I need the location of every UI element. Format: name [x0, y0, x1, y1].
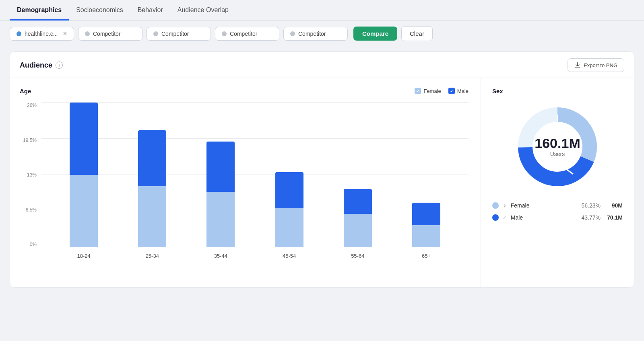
audience-header: Audience i Export to PNG: [10, 52, 634, 78]
competitor-text-2: Competitor: [161, 31, 204, 37]
competitor-chip-3[interactable]: Competitor: [215, 27, 279, 41]
bar-65plus-female: [412, 225, 440, 247]
donut-center: 160.1M Users: [535, 136, 580, 157]
bar-45-54-female: [275, 208, 303, 247]
sex-title: Sex: [492, 88, 623, 94]
bar-45-54-male: [275, 172, 303, 208]
site-chip[interactable]: healthline.c... ✕: [10, 27, 74, 41]
y-label-13: 13%: [20, 172, 39, 178]
competitor-chip-4[interactable]: Competitor: [283, 27, 348, 41]
export-icon: [574, 62, 581, 68]
y-label-19: 19.5%: [20, 138, 39, 143]
bar-group-55-64: [340, 189, 376, 247]
female-sex-label: Female: [511, 202, 572, 209]
tab-bar: Demographics Socioeconomics Behavior Aud…: [0, 0, 644, 21]
y-label-6: 6.5%: [20, 207, 39, 213]
age-title: Age: [20, 88, 31, 94]
bar-group-35-44: [202, 142, 239, 247]
age-section: Age Female Male: [10, 78, 481, 287]
x-axis: 18-24 25-34 35-44 45-54 55-64 65+: [41, 248, 469, 263]
female-pct: 56.23%: [576, 202, 601, 209]
donut-users: Users: [535, 151, 580, 158]
x-label-65plus: 65+: [392, 253, 460, 259]
audience-title: Audience i: [20, 61, 63, 70]
competitor-chip-1[interactable]: Competitor: [78, 27, 142, 41]
competitor-chip-2[interactable]: Competitor: [147, 27, 211, 41]
bar-55-64: [344, 189, 372, 247]
site-dot: [17, 31, 21, 36]
info-icon[interactable]: i: [56, 62, 63, 69]
competitor-row: healthline.c... ✕ Competitor Competitor …: [0, 21, 644, 47]
age-header: Age Female Male: [20, 88, 469, 94]
bar-group-18-24: [66, 103, 102, 247]
chart-plot-area: [41, 103, 469, 247]
site-chip-close[interactable]: ✕: [63, 31, 67, 37]
site-chip-text: healthline.c...: [25, 31, 60, 37]
tab-audience-overlap[interactable]: Audience Overlap: [170, 0, 236, 21]
competitor-dot-1: [85, 31, 90, 36]
audience-title-text: Audience: [20, 61, 52, 70]
donut-total: 160.1M: [535, 136, 580, 151]
bar-45-54: [275, 172, 303, 247]
bar-35-44: [206, 142, 235, 247]
female-count: 90M: [605, 202, 623, 209]
male-count: 70.1M: [605, 214, 623, 221]
tab-socioeconomics[interactable]: Socioeconomics: [69, 0, 130, 21]
female-checkbox[interactable]: [415, 88, 421, 94]
sex-legend: ♀ Female 56.23% 90M ♂ Male 43.77% 70.1M: [492, 202, 623, 221]
competitor-text-3: Competitor: [230, 31, 272, 37]
x-label-25-34: 25-34: [118, 253, 186, 259]
bar-55-64-female: [344, 214, 372, 247]
bar-35-44-male: [206, 142, 235, 192]
bar-18-24-female: [70, 175, 98, 247]
export-button[interactable]: Export to PNG: [568, 58, 624, 72]
bar-35-44-female: [206, 192, 235, 247]
y-axis: 0% 6.5% 13% 19.5% 26%: [20, 103, 39, 247]
female-legend-label: Female: [423, 88, 441, 94]
bar-25-34-female: [138, 186, 166, 247]
sex-section: Sex: [481, 78, 634, 287]
male-checkbox[interactable]: [448, 88, 455, 94]
y-label-26: 26%: [20, 103, 39, 108]
male-icon: ♂: [503, 215, 507, 221]
export-label: Export to PNG: [584, 62, 617, 68]
bar-chart: 0% 6.5% 13% 19.5% 26%: [20, 103, 469, 263]
competitor-text-4: Competitor: [298, 31, 341, 37]
legend: Female Male: [415, 88, 469, 94]
female-sex-dot: [492, 202, 499, 209]
bar-18-24-male: [70, 103, 98, 175]
charts-area: Age Female Male: [10, 78, 634, 287]
x-label-55-64: 55-64: [324, 253, 392, 259]
male-sex-dot: [492, 214, 499, 221]
bar-group-45-54: [271, 172, 308, 247]
clear-button[interactable]: Clear: [401, 26, 433, 41]
bar-65plus: [412, 203, 440, 247]
competitor-dot-2: [153, 31, 158, 36]
legend-male[interactable]: Male: [448, 88, 469, 94]
y-label-0: 0%: [20, 242, 39, 247]
bar-65plus-male: [412, 203, 440, 225]
page-wrapper: Demographics Socioeconomics Behavior Aud…: [0, 0, 644, 288]
competitor-text-1: Competitor: [93, 31, 136, 37]
x-label-45-54: 45-54: [255, 253, 324, 259]
bar-group-25-34: [134, 130, 170, 247]
male-sex-label: Male: [511, 214, 572, 221]
bars-container: [41, 103, 469, 247]
bar-55-64-male: [344, 189, 372, 214]
legend-female[interactable]: Female: [415, 88, 441, 94]
bar-18-24: [70, 103, 98, 247]
audience-card: Audience i Export to PNG Age Female: [10, 51, 634, 288]
donut-chart-wrap: 160.1M Users: [492, 103, 623, 191]
male-pct: 43.77%: [576, 214, 601, 221]
bar-25-34-male: [138, 130, 166, 186]
competitor-dot-3: [222, 31, 227, 36]
compare-button[interactable]: Compare: [353, 27, 397, 41]
x-label-18-24: 18-24: [50, 253, 118, 259]
donut-chart: 160.1M Users: [513, 103, 602, 191]
tab-behavior[interactable]: Behavior: [130, 0, 170, 21]
competitor-dot-4: [290, 31, 295, 36]
bar-25-34: [138, 130, 166, 247]
x-label-35-44: 35-44: [186, 253, 255, 259]
bar-group-65plus: [408, 203, 444, 247]
tab-demographics[interactable]: Demographics: [10, 0, 69, 21]
